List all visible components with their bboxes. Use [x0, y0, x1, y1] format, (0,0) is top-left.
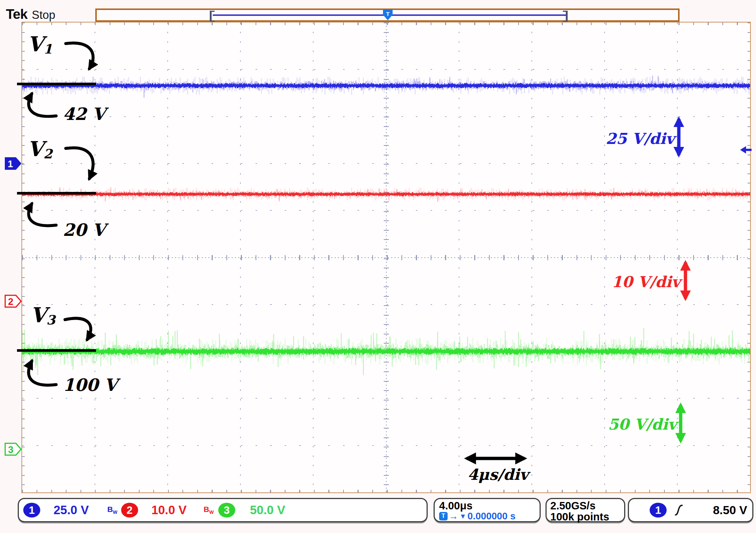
annotation-v2-label: V2 [27, 137, 52, 161]
ch2-bw-indicator: BW [203, 505, 213, 515]
channel-marker-3: 3 [4, 442, 22, 456]
annotation-v1-value: 42 V [63, 104, 106, 124]
annotation-v3-value: 100 V [63, 375, 117, 395]
trigger-t-chip-icon: T [439, 512, 448, 520]
record-view-bracket-right [563, 11, 568, 22]
acquisition-box: 2.50GS/s 100k points [545, 498, 625, 522]
channel-marker-2: 2 [4, 294, 22, 308]
ch1-scale-readout: 25.0 V [54, 503, 89, 517]
trigger-source-badge: 1 [650, 503, 667, 517]
timebase-box: 4.00μs T → ▼ 0.000000 s [434, 498, 541, 522]
ch2-scale-readout: 10.0 V [151, 503, 187, 517]
ch1-badge: 1 [23, 503, 40, 517]
ch3-scale-label: 50 V/div [608, 416, 677, 433]
record-length-readout: 100k points [550, 511, 620, 522]
sample-rate-readout: 2.50GS/s [550, 500, 620, 511]
acquisition-status: Stop [32, 8, 55, 22]
channel-marker-1: 1 [4, 157, 22, 171]
record-trigger-marker-icon: T [383, 9, 393, 21]
trigger-level-readout: 8.50 V [713, 503, 747, 517]
ch2-scale-label: 10 V/div [612, 273, 680, 291]
trigger-slope-icon [674, 503, 684, 517]
ref-line-v3 [17, 349, 96, 352]
ch3-badge: 3 [218, 503, 235, 517]
ref-line-v2 [17, 192, 96, 195]
timebase-readout: 4.00μs [439, 500, 535, 511]
annotation-v3-label: V3 [30, 303, 55, 327]
delay-arrow-icon: → [449, 511, 458, 521]
trigger-delay-readout: 0.000000 s [468, 511, 516, 521]
ref-line-v1 [17, 83, 96, 85]
ch1-bw-indicator: BW [107, 505, 117, 515]
svg-text:1: 1 [8, 158, 13, 169]
ch1-scale-label: 25 V/div [606, 130, 674, 148]
svg-text:T: T [386, 11, 389, 17]
ch2-badge: 2 [121, 503, 138, 517]
annotation-v1-label: V1 [27, 32, 52, 56]
time-scale-label: 4μs/div [468, 466, 528, 484]
trigger-readout-box: 1 8.50 V [628, 498, 753, 522]
svg-text:3: 3 [8, 444, 13, 455]
svg-text:2: 2 [8, 296, 13, 307]
ch3-scale-readout: 50.0 V [250, 503, 285, 517]
channel-readout-box: 1 25.0 V BW 2 10.0 V BW 3 50.0 V [18, 498, 428, 522]
record-view-bar: T [95, 8, 680, 22]
annotation-v2-value: 20 V [63, 220, 106, 240]
delay-marker-icon: ▼ [459, 513, 466, 520]
record-view-bracket-left [210, 11, 215, 22]
center-horizontal-ticks [22, 255, 750, 260]
tek-logo: Tek [6, 7, 27, 22]
trigger-level-arrow [739, 145, 753, 155]
